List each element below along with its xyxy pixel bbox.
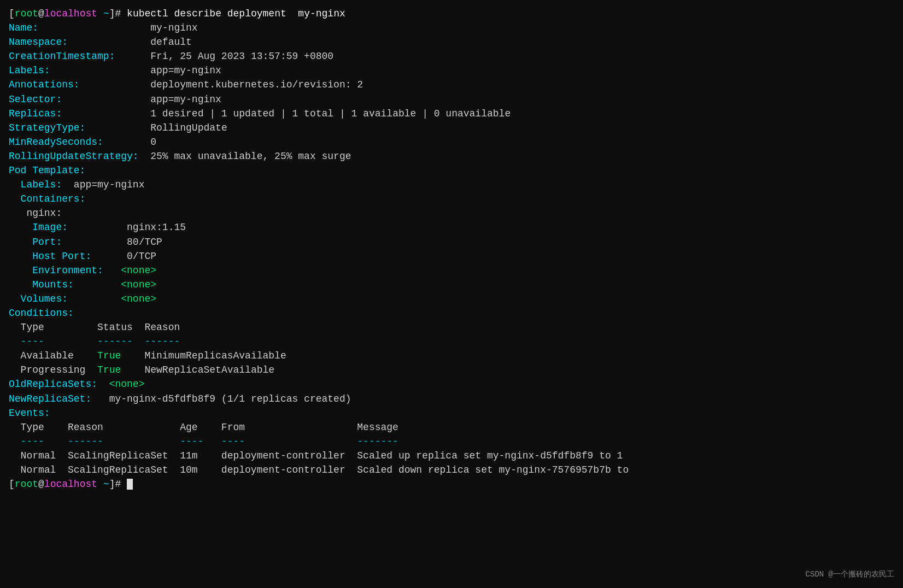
output-image: Image: nginx:1.15: [9, 220, 894, 234]
output-podtemplate: Pod Template:: [9, 163, 894, 178]
output-labels: Labels: app=my-nginx: [9, 63, 894, 78]
command-line-1: [root@localhost ~]# kubectl describe dep…: [9, 7, 894, 21]
events-header: Type Reason Age From Message: [9, 420, 894, 434]
output-rollingstrategy: RollingUpdateStrategy: 25% max unavailab…: [9, 149, 894, 163]
conditions-dashes: ---- ------ ------: [9, 334, 894, 349]
output-nginx: nginx:: [9, 206, 894, 220]
output-containers: Containers:: [9, 192, 894, 206]
prompt-end[interactable]: [root@localhost ~]#: [9, 477, 894, 491]
output-creation: CreationTimestamp: Fri, 25 Aug 2023 13:5…: [9, 49, 894, 63]
condition-available: Available True MinimumReplicasAvailable: [9, 349, 894, 363]
output-oldreplicasets: OldReplicaSets: <none>: [9, 377, 894, 391]
output-name: Name: my-nginx: [9, 21, 894, 35]
output-minready: MinReadySeconds: 0: [9, 135, 894, 149]
output-environment: Environment: <none>: [9, 263, 894, 278]
output-replicas: Replicas: 1 desired | 1 updated | 1 tota…: [9, 107, 894, 121]
output-selector: Selector: app=my-nginx: [9, 92, 894, 107]
output-pod-labels: Labels: app=my-nginx: [9, 178, 894, 192]
output-namespace: Namespace: default: [9, 35, 894, 49]
output-newreplicaset: NewReplicaSet: my-nginx-d5fdfb8f9 (1/1 r…: [9, 392, 894, 406]
terminal-window: [root@localhost ~]# kubectl describe dep…: [0, 0, 903, 588]
output-strategy: StrategyType: RollingUpdate: [9, 121, 894, 135]
watermark-text: CSDN @一个搬砖的农民工: [806, 569, 894, 579]
event-2: Normal ScalingReplicaSet 10m deployment-…: [9, 463, 894, 477]
output-mounts: Mounts: <none>: [9, 278, 894, 292]
output-port: Port: 80/TCP: [9, 235, 894, 249]
output-volumes: Volumes: <none>: [9, 292, 894, 306]
event-1: Normal ScalingReplicaSet 11m deployment-…: [9, 449, 894, 463]
conditions-header: Type Status Reason: [9, 320, 894, 334]
output-events: Events:: [9, 406, 894, 420]
condition-progressing: Progressing True NewReplicaSetAvailable: [9, 363, 894, 377]
events-dashes: ---- ------ ---- ---- -------: [9, 434, 894, 449]
output-conditions: Conditions:: [9, 306, 894, 320]
output-hostport: Host Port: 0/TCP: [9, 249, 894, 263]
output-annotations: Annotations: deployment.kubernetes.io/re…: [9, 78, 894, 92]
